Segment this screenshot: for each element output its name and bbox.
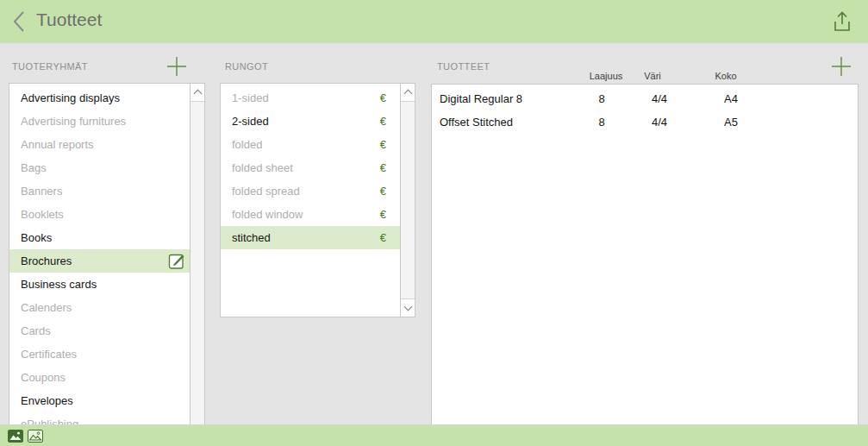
table-row[interactable]: Offset Stitched 8 4/4 A5 xyxy=(432,110,858,134)
list-item[interactable]: Books xyxy=(9,226,190,249)
product-name: Offset Stitched xyxy=(440,110,513,134)
list-item[interactable]: Advertising furnitures xyxy=(9,110,190,133)
bodies-list: 1-sided€ 2-sided€ folded€ folded sheet€ … xyxy=(221,84,401,317)
products-panel: Digital Regular 8 8 4/4 A4 Offset Stitch… xyxy=(431,84,859,425)
list-item-label: Advertising furnitures xyxy=(21,115,126,128)
product-vari: 4/4 xyxy=(652,87,667,110)
add-product-button[interactable] xyxy=(831,56,852,77)
list-item-label: Books xyxy=(21,231,52,244)
list-item-label: Business cards xyxy=(21,278,97,291)
edit-group-button[interactable] xyxy=(168,252,186,270)
list-item[interactable]: Banners xyxy=(9,179,190,203)
euro-icon[interactable]: € xyxy=(380,86,386,110)
euro-icon[interactable]: € xyxy=(380,226,386,249)
list-item-label: Booklets xyxy=(21,208,64,221)
list-item-selected[interactable]: Brochures xyxy=(9,249,190,273)
list-item-selected[interactable]: stitched€ xyxy=(221,226,401,249)
scroll-up-button[interactable] xyxy=(190,84,204,102)
add-group-button[interactable] xyxy=(166,56,187,77)
list-item-label: 1-sided xyxy=(232,91,269,104)
list-item[interactable]: 2-sided€ xyxy=(221,110,401,133)
back-button[interactable] xyxy=(12,10,26,33)
column-header-laajuus: Laajuus xyxy=(590,71,623,81)
column-header-vari: Väri xyxy=(644,71,661,81)
list-item[interactable]: Cards xyxy=(9,319,190,342)
chevron-up-icon xyxy=(193,90,202,98)
list-item[interactable]: Envelopes xyxy=(9,389,190,412)
list-item[interactable]: Calenders xyxy=(9,296,190,319)
table-row[interactable]: Digital Regular 8 8 4/4 A4 xyxy=(432,87,858,110)
list-item-label: stitched xyxy=(232,231,271,244)
product-koko: A5 xyxy=(724,110,738,134)
euro-icon[interactable]: € xyxy=(380,156,386,179)
list-item[interactable]: folded sheet€ xyxy=(221,156,401,179)
list-item-label: 2-sided xyxy=(232,115,269,128)
list-item-label: Advertising displays xyxy=(21,91,120,104)
list-item[interactable]: Coupons xyxy=(9,366,190,389)
list-item[interactable]: Advertising displays xyxy=(9,86,190,110)
scroll-up-button[interactable] xyxy=(401,84,415,102)
list-item[interactable]: Business cards xyxy=(9,273,190,296)
list-item[interactable]: Booklets xyxy=(9,203,190,226)
header-bar: Tuotteet xyxy=(0,0,868,43)
share-button[interactable] xyxy=(832,9,852,34)
thumbnail-view-filled-button[interactable] xyxy=(8,430,23,443)
pencil-icon xyxy=(168,260,186,273)
list-item[interactable]: folded window€ xyxy=(221,203,401,226)
image-outline-icon xyxy=(28,430,43,445)
groups-panel-label: TUOTERYHMÄT xyxy=(12,61,88,72)
plus-icon xyxy=(831,65,852,79)
list-item[interactable]: 1-sided€ xyxy=(221,86,401,110)
product-laajuus: 8 xyxy=(598,110,604,134)
list-item-label: folded xyxy=(232,138,262,151)
euro-icon[interactable]: € xyxy=(380,110,386,133)
product-vari: 4/4 xyxy=(652,110,667,134)
chevron-up-icon xyxy=(403,90,412,98)
list-item-label: Envelopes xyxy=(21,394,73,407)
product-name: Digital Regular 8 xyxy=(440,87,522,110)
list-item-label: Certificates xyxy=(21,348,77,361)
list-item[interactable]: Certificates xyxy=(9,342,190,366)
products-panel-label: TUOTTEET xyxy=(437,61,490,72)
list-item[interactable]: Annual reports xyxy=(9,133,190,156)
chevron-down-icon xyxy=(403,303,412,311)
product-groups-panel: Advertising displays Advertising furnitu… xyxy=(9,83,205,425)
chevron-left-icon xyxy=(12,21,26,35)
list-item-label: folded spread xyxy=(232,185,300,198)
list-item-label: Bags xyxy=(21,161,47,174)
column-header-koko: Koko xyxy=(715,71,736,81)
euro-icon[interactable]: € xyxy=(380,179,386,203)
list-item-label: Coupons xyxy=(21,371,66,384)
product-laajuus: 8 xyxy=(598,87,604,110)
bottom-toolbar xyxy=(0,424,868,446)
list-item-label: folded window xyxy=(232,208,303,221)
euro-icon[interactable]: € xyxy=(380,203,386,226)
scroll-down-button[interactable] xyxy=(401,298,415,317)
list-item[interactable]: Bags xyxy=(9,156,190,179)
list-item[interactable]: ePublishing xyxy=(9,412,190,425)
list-item-label: Calenders xyxy=(21,301,72,314)
bodies-panel: 1-sided€ 2-sided€ folded€ folded sheet€ … xyxy=(220,83,415,317)
product-koko: A4 xyxy=(724,87,738,110)
list-item-label: Banners xyxy=(21,185,62,198)
euro-icon[interactable]: € xyxy=(380,133,386,156)
list-item[interactable]: folded€ xyxy=(221,133,401,156)
bodies-scrollbar[interactable] xyxy=(400,84,415,317)
list-item-label: Cards xyxy=(21,324,51,337)
plus-icon xyxy=(166,65,187,79)
page-title: Tuotteet xyxy=(36,9,102,30)
products-table: Digital Regular 8 8 4/4 A4 Offset Stitch… xyxy=(432,87,858,134)
list-item-label: folded sheet xyxy=(232,161,293,174)
list-item-label: Brochures xyxy=(21,254,72,267)
list-item[interactable]: folded spread€ xyxy=(221,179,401,203)
product-groups-list: Advertising displays Advertising furnitu… xyxy=(9,84,190,424)
thumbnail-view-outline-button[interactable] xyxy=(28,430,43,443)
list-item-label: Annual reports xyxy=(21,138,94,151)
upload-icon xyxy=(832,22,852,36)
bodies-panel-label: RUNGOT xyxy=(225,61,268,72)
groups-scrollbar[interactable] xyxy=(190,84,204,424)
image-filled-icon xyxy=(8,430,23,445)
